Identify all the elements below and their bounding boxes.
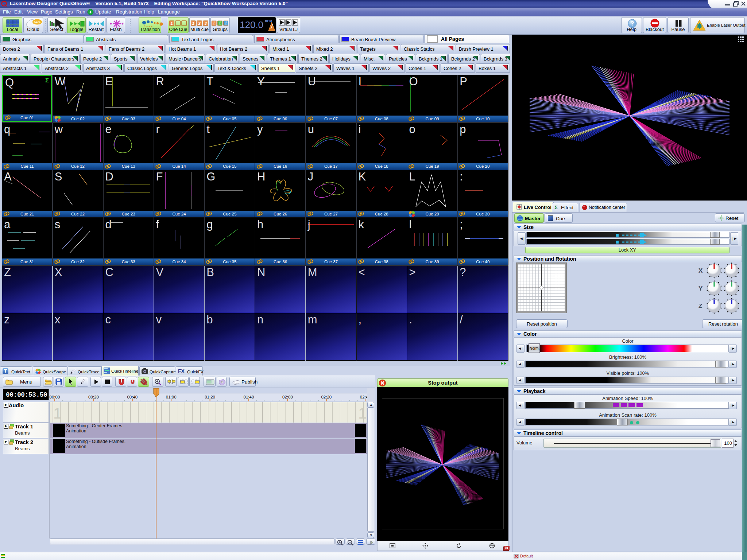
svg-text:1: 1 [219, 21, 221, 25]
svg-text:?: ? [631, 20, 634, 27]
svg-text:01:20: 01:20 [205, 395, 215, 399]
svg-text:00:00: 00:00 [50, 395, 60, 399]
svg-text:01:40: 01:40 [244, 395, 254, 399]
svg-text:1: 1 [225, 21, 227, 25]
svg-text:3: 3 [205, 21, 207, 26]
svg-text:1: 1 [192, 21, 194, 26]
svg-text:02:20: 02:20 [321, 395, 332, 399]
svg-text:beta: beta [34, 20, 41, 24]
svg-text:1: 1 [171, 21, 173, 26]
svg-text:2: 2 [198, 21, 201, 26]
svg-text:1: 1 [358, 405, 367, 422]
svg-text:1: 1 [213, 21, 215, 25]
svg-text:00:20: 00:20 [88, 395, 99, 399]
svg-text:01:00: 01:00 [166, 395, 177, 399]
svg-text:1: 1 [53, 405, 62, 422]
svg-text:00:40: 00:40 [127, 395, 138, 399]
svg-text:02:00: 02:00 [282, 395, 293, 399]
